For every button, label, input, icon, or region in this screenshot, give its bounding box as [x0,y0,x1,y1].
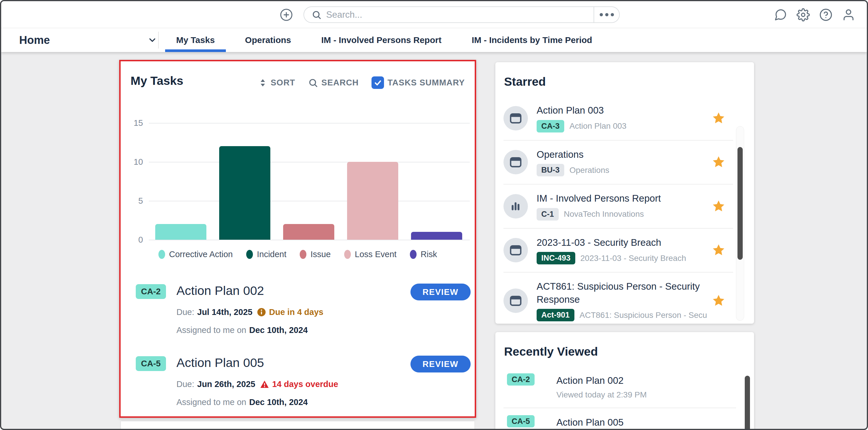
item-title[interactable]: Action Plan 002 [556,375,647,386]
item-badge: BU-3 [537,164,564,176]
task-badge: CA-2 [136,284,166,299]
star-icon[interactable] [712,294,725,308]
item-title[interactable]: Action Plan 003 [537,105,604,115]
tasks-summary-toggle: TASKS SUMMARY [372,76,465,89]
gridline [149,201,470,201]
chat-icon[interactable] [774,8,787,22]
task-assigned-line: Assigned to me on Dec 10th, 2024 [177,325,312,335]
recent-item[interactable]: CA-2 Action Plan 002 Viewed today at 2:3… [503,366,736,408]
help-icon[interactable] [819,8,833,22]
task-row: CA-5 Action Plan 005 REVIEW Due: Jun 26t… [121,356,475,428]
item-subrow: C-1 NovaTech Innovations [537,208,707,221]
item-subrow: CA-3 Action Plan 003 [537,120,707,132]
legend-label: Issue [310,250,331,259]
bar-risk[interactable] [411,232,462,240]
due-prefix: Due: [177,307,194,317]
item-subrow: INC-493 2023-11-03 - Security Breach [537,252,707,264]
star-icon[interactable] [712,111,725,125]
item-title[interactable]: Operations [537,149,583,160]
tasks-summary-checkbox[interactable] [372,76,384,89]
recent-scrollbar-thumb[interactable] [745,376,750,430]
recently-viewed-list: CA-2 Action Plan 002 Viewed today at 2:3… [503,366,736,430]
starred-panel: Starred [495,62,754,324]
nav-tab-label: IM - Incidents by Time Period [472,35,592,45]
task-due-line: Due: Jun 26th, 2025 14 days overdu [177,379,338,389]
star-icon[interactable] [712,243,725,257]
legend-item[interactable]: Incident [246,250,287,259]
starred-item[interactable]: IM - Involved Persons Report C-1 NovaTec… [503,185,733,229]
item-subtitle: Action Plan 003 [569,122,626,131]
search-label: SEARCH [321,78,359,88]
review-button[interactable]: REVIEW [410,284,471,300]
search-control[interactable]: SEARCH [308,78,359,88]
item-avatar [503,150,528,174]
legend-label: Incident [257,250,287,259]
search-input[interactable] [326,9,594,20]
item-subrow: BU-3 Operations [537,164,707,176]
gear-icon[interactable] [797,8,810,22]
star-icon[interactable] [712,199,725,213]
starred-item[interactable]: Action Plan 003 CA-3 Action Plan 003 [503,96,733,141]
item-badge: C-1 [537,208,559,221]
item-text: 2023-11-03 - Security Breach INC-493 202… [537,236,707,265]
task-title[interactable]: Action Plan 002 [177,284,264,298]
item-title[interactable]: IM - Involved Persons Report [537,193,661,204]
task-assigned-line: Assigned to me on Dec 10th, 2024 [177,397,312,407]
legend-marker [246,250,253,259]
star-icon[interactable] [712,155,725,169]
tasks-summary-label: TASKS SUMMARY [388,78,465,88]
nav-bar: Home My Tasks Operations IM - Involved P… [1,28,867,52]
window-icon [509,112,522,125]
more-options-icon[interactable] [594,7,619,22]
item-badge: CA-2 [507,373,534,386]
recent-item[interactable]: CA-5 Action Plan 005 [503,408,736,430]
item-subtitle: Operations [569,166,609,175]
chart-plot: 051015 [149,124,470,240]
bar-corrective-action[interactable] [155,224,207,240]
item-badge: Act-901 [537,309,575,321]
assigned-prefix: Assigned to me on [177,325,246,335]
legend-item[interactable]: Issue [300,250,331,259]
home-dropdown[interactable]: Home [19,28,157,52]
my-tasks-panel: My Tasks SORT SEARCH TASKS SUMMARY 05101… [119,60,476,418]
starred-item[interactable]: Operations BU-3 Operations [503,141,733,185]
bar-issue[interactable] [283,224,334,240]
nav-tab[interactable]: IM - Incidents by Time Period [460,28,604,52]
recent-badge-col: CA-5 [507,417,556,430]
bar-loss-event[interactable] [347,162,398,240]
item-text: Action Plan 003 CA-3 Action Plan 003 [537,104,707,132]
info-icon [257,308,266,317]
item-avatar [503,194,528,219]
gridline [149,240,470,240]
item-subtitle: Viewed today at 2:39 PM [556,390,647,399]
item-badge: CA-5 [507,415,534,427]
starred-item[interactable]: 2023-11-03 - Security Breach INC-493 202… [503,229,733,273]
review-button[interactable]: REVIEW [410,356,471,372]
bar-incident[interactable] [219,146,270,240]
sort-label: SORT [271,78,295,88]
legend-item[interactable]: Loss Event [344,250,397,259]
nav-tab[interactable]: My Tasks [164,28,226,52]
item-title[interactable]: ACT861: Suspicious Person - Security Res… [537,281,700,305]
task-title[interactable]: Action Plan 005 [177,356,264,370]
legend-item[interactable]: Corrective Action [158,250,233,259]
starred-item[interactable]: ACT861: Suspicious Person - Security Res… [503,272,733,324]
legend-marker [410,250,416,259]
item-title[interactable]: 2023-11-03 - Security Breach [537,237,661,248]
item-text: IM - Involved Persons Report C-1 NovaTec… [537,192,707,221]
nav-tab[interactable]: Operations [234,28,303,52]
starred-scrollbar-thumb[interactable] [738,147,743,260]
my-tasks-controls: SORT SEARCH TASKS SUMMARY [258,76,465,89]
item-title[interactable]: Action Plan 005 [556,417,623,428]
window-icon [509,156,522,168]
top-right-icons [774,1,855,28]
nav-tab[interactable]: IM - Involved Persons Report [310,28,453,52]
sort-control[interactable]: SORT [258,78,295,88]
y-tick-label: 15 [126,118,143,128]
recently-viewed-title: Recently Viewed [504,345,598,359]
plus-circle-icon[interactable] [280,8,293,22]
legend-item[interactable]: Risk [410,250,437,259]
sort-icon [258,78,267,88]
user-icon[interactable] [842,8,855,22]
legend-marker [300,250,306,259]
